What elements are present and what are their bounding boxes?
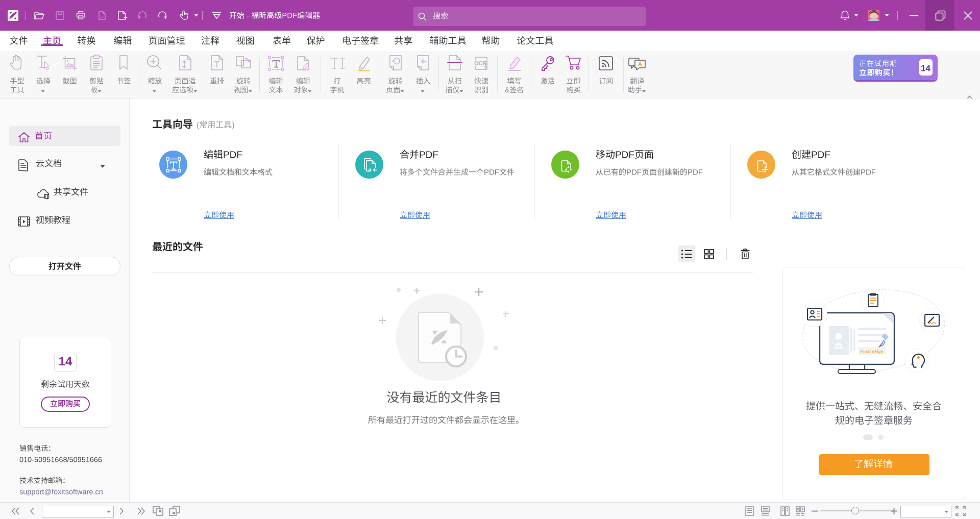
svg-text:A: A [638,61,642,67]
svg-text:Foxit eSign: Foxit eSign [860,349,884,354]
svg-text:OCR: OCR [474,60,487,66]
